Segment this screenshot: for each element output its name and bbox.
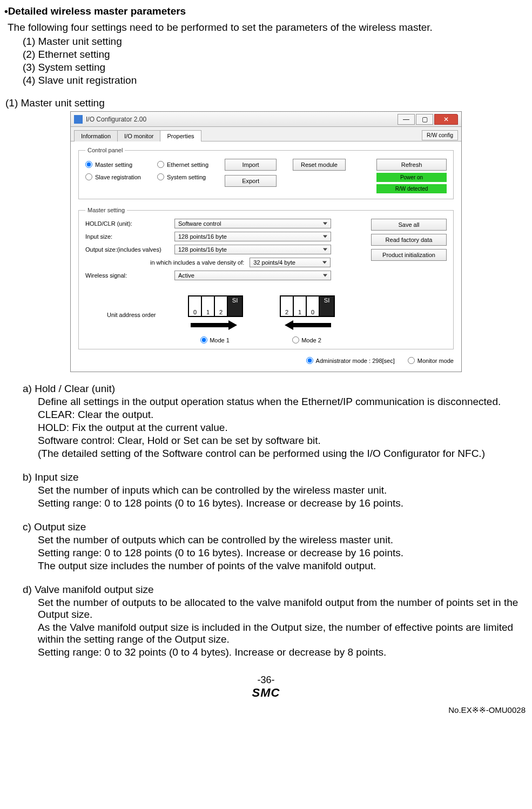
radio-master-setting[interactable]: Master setting xyxy=(85,161,141,168)
import-button[interactable]: Import xyxy=(225,159,277,171)
radio-system-setting[interactable]: System setting xyxy=(157,173,208,180)
radio-input[interactable] xyxy=(292,336,299,343)
explain-line: Setting range: 0 to 128 points (0 to 16 … xyxy=(38,547,528,559)
read-factory-button[interactable]: Read factory data xyxy=(371,234,447,246)
radio-mode1[interactable]: Mode 1 xyxy=(200,336,230,343)
radio-label: Administrator mode : 298[sec] xyxy=(316,358,395,364)
title-bar: I/O Configurator 2.00 — ▢ ✕ xyxy=(71,112,461,127)
box-cell: 2 xyxy=(214,295,228,317)
valve-density-label: in which includes a valve density of: xyxy=(150,259,244,266)
explain-line: Setting range: 0 to 32 points (0 to 4 by… xyxy=(38,646,528,658)
minimize-button[interactable]: — xyxy=(398,114,415,125)
explain-d-title: d) Valve manifold output size xyxy=(23,584,528,596)
refresh-button[interactable]: Refresh xyxy=(376,159,447,171)
explain-line: CLEAR: Clear the output. xyxy=(38,409,528,421)
radio-input[interactable] xyxy=(408,357,415,364)
explain-line: HOLD: Fix the output at the current valu… xyxy=(38,422,528,434)
tab-properties[interactable]: Properties xyxy=(160,130,201,141)
app-title: I/O Configurator 2.00 xyxy=(86,116,396,123)
radio-label: Mode 1 xyxy=(210,337,230,343)
list-item: (4) Slave unit registration xyxy=(23,75,528,86)
smc-logo: SMC xyxy=(4,686,528,700)
box-cell: 2 xyxy=(280,295,294,317)
maximize-button[interactable]: ▢ xyxy=(416,114,433,125)
export-button[interactable]: Export xyxy=(225,175,277,187)
tab-content: Control panel Master setting Slave regis… xyxy=(71,141,461,372)
mode2-diagram: 2 1 0 SI Mode 2 xyxy=(280,295,334,343)
radio-input[interactable] xyxy=(85,161,92,168)
radio-ethernet-setting[interactable]: Ethernet setting xyxy=(157,161,208,168)
list-item: (3) System setting xyxy=(23,62,528,73)
si-cell: SI xyxy=(319,295,335,317)
app-icon xyxy=(74,115,83,124)
radio-admin-mode[interactable]: Administrator mode : 298[sec] xyxy=(306,357,395,364)
hold-clr-label: HOLD/CLR (unit): xyxy=(85,220,169,227)
close-button[interactable]: ✕ xyxy=(434,114,458,125)
mode1-diagram: 0 1 2 SI Mode 1 xyxy=(188,295,242,343)
radio-label: Slave registration xyxy=(95,174,141,180)
master-setting-legend: Master setting xyxy=(85,207,127,213)
box-cell: 1 xyxy=(293,295,307,317)
radio-input[interactable] xyxy=(306,357,313,364)
explain-c-title: c) Output size xyxy=(23,521,528,533)
output-size-select[interactable]: 128 points/16 byte xyxy=(174,245,331,254)
section-title: (1) Master unit setting xyxy=(5,97,528,109)
list-item: (1) Master unit setting xyxy=(23,36,528,48)
hold-clr-select[interactable]: Software control xyxy=(174,219,331,228)
radio-slave-registration[interactable]: Slave registration xyxy=(85,173,141,180)
valve-density-select[interactable]: 32 points/4 byte xyxy=(250,258,331,267)
radio-input[interactable] xyxy=(157,173,164,180)
explain-line: (The detailed setting of the Software co… xyxy=(38,448,528,460)
radio-label: Master setting xyxy=(95,161,132,168)
status-power-on: Power on xyxy=(376,173,447,182)
input-size-select[interactable]: 128 points/16 byte xyxy=(174,232,331,241)
radio-label: System setting xyxy=(167,174,206,180)
input-size-label: Input size: xyxy=(85,233,169,240)
radio-input[interactable] xyxy=(157,161,164,168)
radio-input[interactable] xyxy=(200,336,207,343)
radio-monitor-mode[interactable]: Monitor mode xyxy=(408,357,454,364)
explain-line: Set the number of outputs which can be c… xyxy=(38,534,528,546)
radio-label: Ethernet setting xyxy=(167,161,208,168)
radio-label: Mode 2 xyxy=(301,337,321,343)
tab-spacer xyxy=(201,141,422,141)
explain-a-title: a) Hold / Clear (unit) xyxy=(23,383,528,395)
output-size-label: Output size:(includes valves) xyxy=(85,246,169,253)
explain-b-title: b) Input size xyxy=(23,471,528,483)
status-rw-detected: R/W detected xyxy=(376,184,447,193)
list-item: (2) Ethernet setting xyxy=(23,49,528,60)
arrow-left-icon xyxy=(282,321,331,329)
save-all-button[interactable]: Save all xyxy=(371,219,447,231)
tab-information[interactable]: Information xyxy=(74,130,118,141)
box-cell: 0 xyxy=(306,295,320,317)
control-panel-fieldset: Control panel Master setting Slave regis… xyxy=(78,147,454,199)
radio-mode2[interactable]: Mode 2 xyxy=(292,336,321,343)
document-number: No.EX※※-OMU0028 xyxy=(4,705,528,715)
wireless-signal-select[interactable]: Active xyxy=(174,271,331,280)
page-number: -36- xyxy=(4,675,528,686)
settings-list: (1) Master unit setting (2) Ethernet set… xyxy=(23,36,528,86)
arrow-right-icon xyxy=(191,321,239,329)
control-panel-legend: Control panel xyxy=(85,147,125,153)
radio-input[interactable] xyxy=(85,173,92,180)
explain-line: Setting range: 0 to 128 points (0 to 16 … xyxy=(38,497,528,509)
explain-line: As the Valve manifold output size is inc… xyxy=(38,622,528,645)
explain-line: Set the number of outputs to be allocate… xyxy=(38,597,528,621)
explain-line: Software control: Clear, Hold or Set can… xyxy=(38,435,528,447)
si-cell: SI xyxy=(227,295,243,317)
master-setting-fieldset: Master setting HOLD/CLR (unit): Software… xyxy=(78,207,454,349)
app-window: I/O Configurator 2.00 — ▢ ✕ Information … xyxy=(70,111,462,372)
page-heading: •Detailed wireless master parameters xyxy=(4,5,528,17)
intro-text: The following four settings need to be p… xyxy=(8,22,528,33)
reset-module-button[interactable]: Reset module xyxy=(293,159,346,171)
rw-config-button[interactable]: R/W config xyxy=(422,130,458,140)
wireless-signal-label: Wireless signal: xyxy=(85,272,169,279)
explain-line: Set the number of inputs which can be co… xyxy=(38,484,528,496)
tab-io-monitor[interactable]: I/O monitor xyxy=(117,130,160,141)
page-footer: -36- SMC xyxy=(4,675,528,700)
product-init-button[interactable]: Product initialization xyxy=(371,249,447,261)
radio-label: Monitor mode xyxy=(417,358,454,364)
mode-footer: Administrator mode : 298[sec] Monitor mo… xyxy=(78,357,454,364)
box-cell: 0 xyxy=(188,295,202,317)
tab-bar: Information I/O monitor Properties R/W c… xyxy=(71,127,461,141)
